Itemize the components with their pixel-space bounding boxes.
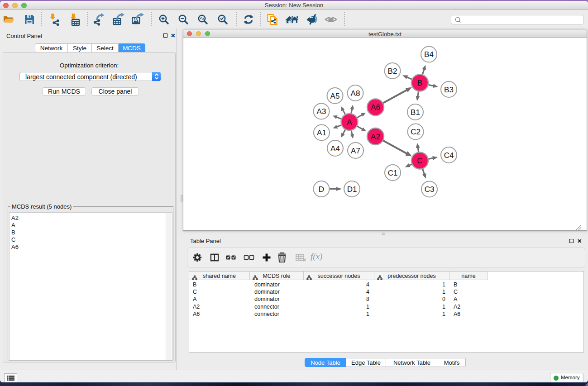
svg-text:A8: A8 (351, 89, 360, 98)
svg-text:A3: A3 (317, 107, 326, 116)
svg-text:A5: A5 (330, 92, 340, 100)
svg-text:A1: A1 (317, 129, 326, 137)
svg-text:C: C (417, 157, 422, 165)
svg-text:B: B (417, 79, 422, 87)
svg-text:D: D (319, 185, 324, 194)
svg-text:B2: B2 (388, 67, 397, 76)
svg-text:C3: C3 (425, 185, 435, 194)
svg-text:A6: A6 (371, 103, 380, 112)
svg-text:C1: C1 (388, 169, 398, 177)
svg-text:A: A (347, 118, 352, 127)
svg-text:B3: B3 (444, 86, 454, 94)
svg-text:C4: C4 (444, 151, 454, 160)
svg-text:D1: D1 (347, 185, 357, 194)
svg-text:A7: A7 (351, 147, 360, 155)
svg-text:A4: A4 (330, 144, 340, 153)
svg-text:B4: B4 (424, 50, 434, 59)
svg-text:C2: C2 (411, 128, 421, 136)
svg-text:B1: B1 (411, 108, 420, 117)
svg-text:A2: A2 (371, 133, 380, 141)
